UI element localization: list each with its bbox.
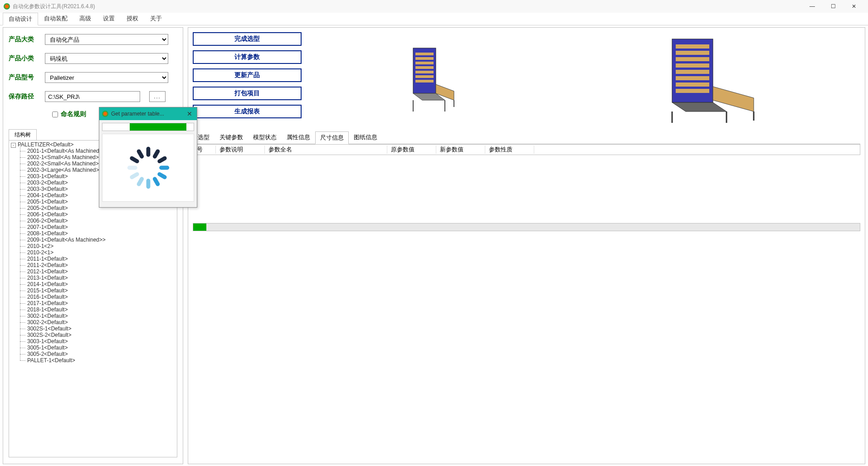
svg-rect-21 bbox=[676, 89, 709, 93]
svg-rect-27 bbox=[146, 147, 150, 157]
tree-item[interactable]: 2006-1<Default> bbox=[11, 211, 175, 218]
tree-item[interactable]: 2009-1<Default<As Machined>> bbox=[11, 237, 175, 243]
svg-rect-3 bbox=[415, 62, 434, 64]
svg-rect-30 bbox=[159, 166, 169, 170]
subcategory-select[interactable]: 码垛机 bbox=[45, 53, 168, 64]
col-nature: 参数性质 bbox=[485, 146, 534, 154]
path-label: 保存路径 bbox=[9, 92, 45, 101]
tree-item[interactable]: 3003-1<Default> bbox=[11, 338, 175, 345]
generate-report-button[interactable]: 生成报表 bbox=[193, 105, 302, 118]
tree-item[interactable]: 2008-1<Default> bbox=[11, 230, 175, 237]
tree-item[interactable]: PALLET-1<Default> bbox=[11, 357, 175, 364]
svg-rect-29 bbox=[156, 155, 167, 164]
svg-rect-16 bbox=[676, 57, 709, 61]
tree-item[interactable]: 2010-1<2> bbox=[11, 243, 175, 249]
minimize-button[interactable]: — bbox=[802, 0, 823, 13]
tree-item[interactable]: 2006-2<Default> bbox=[11, 218, 175, 224]
tab-authorize[interactable]: 授权 bbox=[121, 12, 144, 25]
action-buttons: 完成选型 计算参数 更新产品 打包项目 生成报表 bbox=[193, 32, 306, 127]
naming-rule-checkbox[interactable] bbox=[52, 112, 58, 117]
tab-auto-assembly[interactable]: 自动装配 bbox=[38, 12, 73, 25]
tab-about[interactable]: 关于 bbox=[144, 12, 168, 25]
col-fullname: 参数全名 bbox=[265, 146, 387, 154]
main-tabs: 自动设计 自动装配 高级 设置 授权 关于 bbox=[0, 13, 868, 25]
tree-item[interactable]: 3005-2<Default> bbox=[11, 351, 175, 357]
preview-image-large bbox=[649, 34, 767, 125]
complete-selection-button[interactable]: 完成选型 bbox=[193, 32, 302, 46]
data-tab-modelstate[interactable]: 模型状态 bbox=[248, 131, 282, 144]
category-select[interactable]: 自动化产品 bbox=[45, 34, 168, 45]
spinner-icon bbox=[123, 143, 173, 193]
package-project-button[interactable]: 打包项目 bbox=[193, 87, 302, 100]
col-desc: 参数说明 bbox=[216, 146, 265, 154]
svg-rect-17 bbox=[676, 63, 709, 68]
tree-collapse-icon[interactable]: - bbox=[11, 143, 16, 148]
model-label: 产品型号 bbox=[9, 73, 45, 82]
modal-title-text: Get parameter table... bbox=[111, 111, 185, 117]
tree-item[interactable]: 2012-1<Default> bbox=[11, 268, 175, 275]
tree-item[interactable]: 2018-1<Default> bbox=[11, 306, 175, 313]
titlebar: 自动化参数设计工具(R2021.6.4.8) — ☐ ✕ bbox=[0, 0, 868, 13]
tree-item[interactable]: 2017-1<Default> bbox=[11, 300, 175, 306]
svg-rect-5 bbox=[415, 71, 434, 73]
svg-rect-38 bbox=[136, 149, 145, 159]
path-input[interactable] bbox=[45, 91, 140, 102]
tree-item[interactable]: 2010-2<1> bbox=[11, 249, 175, 256]
tree-item[interactable]: 2011-1<Default> bbox=[11, 256, 175, 262]
svg-rect-35 bbox=[129, 171, 139, 180]
app-icon bbox=[4, 3, 10, 10]
tree-item[interactable]: 3002-2<Default> bbox=[11, 319, 175, 325]
modal-spinner bbox=[102, 134, 194, 202]
modal-progress bbox=[102, 123, 194, 131]
svg-rect-32 bbox=[152, 176, 161, 187]
category-label: 产品大类 bbox=[9, 35, 45, 44]
data-tab-drawings[interactable]: 图纸信息 bbox=[349, 131, 382, 144]
tree-item[interactable]: 3005-1<Default> bbox=[11, 345, 175, 351]
col-oldval: 原参数值 bbox=[387, 146, 436, 154]
svg-marker-22 bbox=[672, 102, 727, 112]
app-title: 自动化参数设计工具(R2021.6.4.8) bbox=[13, 3, 802, 10]
data-tab-attributes[interactable]: 属性信息 bbox=[282, 131, 315, 144]
tree-item[interactable]: 2015-1<Default> bbox=[11, 287, 175, 294]
tree-item[interactable]: 2013-1<Default> bbox=[11, 275, 175, 281]
svg-rect-15 bbox=[676, 51, 709, 55]
svg-rect-20 bbox=[676, 83, 709, 87]
svg-rect-6 bbox=[415, 75, 434, 78]
model-select[interactable]: Palletizer bbox=[45, 72, 168, 83]
svg-rect-14 bbox=[676, 44, 709, 49]
svg-rect-37 bbox=[129, 155, 139, 164]
tree-tab[interactable]: 结构树 bbox=[9, 129, 37, 140]
subcategory-label: 产品小类 bbox=[9, 54, 45, 63]
preview-area bbox=[306, 32, 860, 127]
calculate-params-button[interactable]: 计算参数 bbox=[193, 50, 302, 64]
svg-rect-33 bbox=[146, 179, 150, 189]
svg-rect-28 bbox=[152, 149, 161, 159]
tree-item[interactable]: 2007-1<Default> bbox=[11, 224, 175, 230]
tree-item[interactable]: 2014-1<Default> bbox=[11, 281, 175, 287]
svg-rect-31 bbox=[156, 171, 167, 180]
modal-app-icon bbox=[102, 111, 108, 117]
data-tabs: 选型 关键参数 模型状态 属性信息 尺寸信息 图纸信息 bbox=[193, 131, 860, 144]
data-tab-dimensions[interactable]: 尺寸信息 bbox=[315, 131, 349, 144]
tab-advanced[interactable]: 高级 bbox=[73, 12, 97, 25]
bottom-progress bbox=[193, 223, 860, 231]
tree-item[interactable]: 3002-1<Default> bbox=[11, 313, 175, 319]
update-product-button[interactable]: 更新产品 bbox=[193, 68, 302, 82]
tree-item[interactable]: 2011-2<Default> bbox=[11, 262, 175, 268]
browse-button[interactable]: ... bbox=[149, 91, 166, 102]
tree-item[interactable]: 3002S-1<Default> bbox=[11, 325, 175, 332]
maximize-button[interactable]: ☐ bbox=[823, 0, 844, 13]
tab-settings[interactable]: 设置 bbox=[97, 12, 121, 25]
modal-close-button[interactable]: ✕ bbox=[185, 110, 194, 117]
data-table: 号 参数说明 参数全名 原参数值 新参数值 参数性质 bbox=[193, 144, 860, 155]
tree-item[interactable]: 3002S-2<Default> bbox=[11, 332, 175, 338]
tab-auto-design[interactable]: 自动设计 bbox=[3, 13, 38, 25]
tree-item[interactable]: 2016-1<Default> bbox=[11, 294, 175, 300]
right-panel: 完成选型 计算参数 更新产品 打包项目 生成报表 bbox=[188, 27, 865, 464]
svg-rect-34 bbox=[136, 176, 145, 187]
close-button[interactable]: ✕ bbox=[844, 0, 864, 13]
left-panel: 产品大类 自动化产品 产品小类 码垛机 产品型号 Palletizer 保存路径… bbox=[3, 27, 183, 464]
col-newval: 新参数值 bbox=[436, 146, 485, 154]
preview-image-small bbox=[400, 44, 463, 116]
data-tab-keyparams[interactable]: 关键参数 bbox=[215, 131, 248, 144]
